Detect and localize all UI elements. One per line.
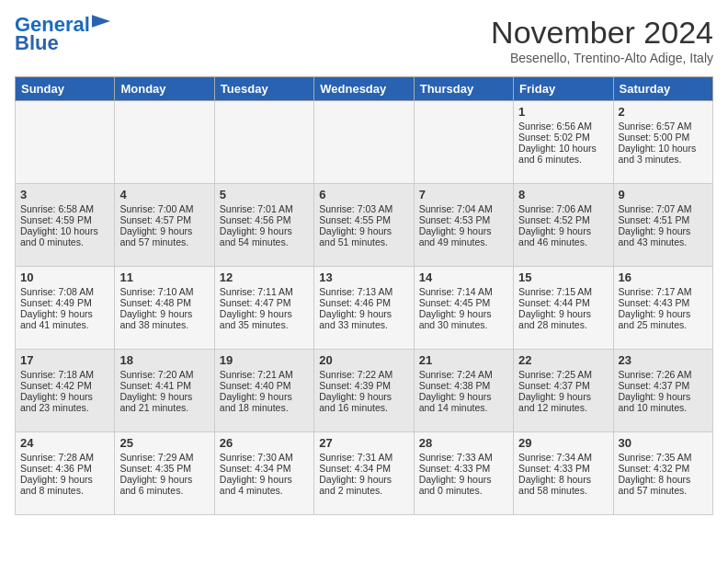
day-number: 6 [319,188,408,201]
cell-info: Sunset: 4:34 PM [319,463,408,474]
day-number: 13 [319,270,408,284]
day-number: 29 [518,436,608,450]
cell-info: Sunset: 4:47 PM [220,297,309,308]
cell-info: Sunset: 5:00 PM [619,132,708,143]
cell-info: Sunset: 4:35 PM [119,463,209,474]
cell-info: Sunrise: 7:13 AM [319,286,408,297]
cell-info: Daylight: 8 hours and 58 minutes. [518,474,608,496]
svg-marker-0 [92,15,110,27]
day-number: 2 [619,105,708,119]
cell-info: Sunrise: 7:24 AM [419,369,508,380]
cell-info: Sunset: 4:56 PM [220,214,309,225]
cell-info: Sunrise: 7:01 AM [220,203,309,214]
cell-info: Sunrise: 6:57 AM [619,121,708,132]
cell-info: Sunrise: 7:28 AM [20,452,109,463]
calendar-cell: 2Sunrise: 6:57 AMSunset: 5:00 PMDaylight… [613,101,712,184]
cell-info: Daylight: 9 hours and 18 minutes. [220,391,309,413]
cell-info: Sunrise: 7:26 AM [619,369,708,380]
title-area: November 2024 Besenello, Trentino-Alto A… [491,15,713,65]
cell-info: Daylight: 10 hours and 3 minutes. [619,143,708,165]
calendar-cell: 14Sunrise: 7:14 AMSunset: 4:45 PMDayligh… [414,267,513,350]
day-number: 3 [20,188,109,201]
cell-info: Daylight: 9 hours and 14 minutes. [419,391,508,413]
calendar-cell: 5Sunrise: 7:01 AMSunset: 4:56 PMDaylight… [214,184,313,267]
header: General Blue November 2024 Besenello, Tr… [15,15,713,65]
cell-info: Sunset: 4:51 PM [619,214,708,225]
day-number: 19 [220,353,309,367]
header-thursday: Thursday [414,77,513,101]
cell-info: Daylight: 9 hours and 4 minutes. [220,474,309,496]
cell-info: Sunset: 4:43 PM [619,297,708,308]
calendar-cell [16,101,115,184]
cell-info: Daylight: 9 hours and 33 minutes. [319,308,408,330]
day-number: 12 [220,270,309,284]
cell-info: Daylight: 8 hours and 57 minutes. [619,474,708,496]
cell-info: Daylight: 9 hours and 25 minutes. [619,308,708,330]
calendar-cell [414,101,513,184]
cell-info: Sunrise: 7:14 AM [419,286,508,297]
day-number: 11 [119,270,209,284]
cell-info: Sunrise: 7:18 AM [20,369,109,380]
day-number: 7 [419,188,508,201]
cell-info: Sunset: 4:34 PM [220,463,309,474]
week-row-4: 17Sunrise: 7:18 AMSunset: 4:42 PMDayligh… [16,350,713,432]
calendar-table: SundayMondayTuesdayWednesdayThursdayFrid… [15,76,713,515]
calendar-cell: 12Sunrise: 7:11 AMSunset: 4:47 PMDayligh… [214,267,313,350]
cell-info: Sunrise: 7:34 AM [518,452,608,463]
cell-info: Sunrise: 7:22 AM [319,369,408,380]
calendar-cell: 3Sunrise: 6:58 AMSunset: 4:59 PMDaylight… [16,184,115,267]
cell-info: Sunset: 4:39 PM [319,380,408,391]
day-number: 1 [518,105,608,119]
day-number: 15 [518,270,608,284]
day-number: 20 [319,353,408,367]
calendar-cell: 17Sunrise: 7:18 AMSunset: 4:42 PMDayligh… [16,350,115,432]
day-number: 14 [419,270,508,284]
cell-info: Sunrise: 7:11 AM [220,286,309,297]
calendar-cell: 27Sunrise: 7:31 AMSunset: 4:34 PMDayligh… [314,432,414,515]
calendar-cell: 26Sunrise: 7:30 AMSunset: 4:34 PMDayligh… [214,432,313,515]
calendar-cell: 22Sunrise: 7:25 AMSunset: 4:37 PMDayligh… [514,350,613,432]
calendar-cell: 4Sunrise: 7:00 AMSunset: 4:57 PMDaylight… [115,184,214,267]
day-number: 21 [419,353,508,367]
cell-info: Sunset: 4:41 PM [119,380,209,391]
cell-info: Daylight: 9 hours and 54 minutes. [220,225,309,247]
cell-info: Sunset: 4:42 PM [20,380,109,391]
cell-info: Sunrise: 7:31 AM [319,452,408,463]
cell-info: Daylight: 9 hours and 43 minutes. [619,225,708,247]
calendar-cell: 8Sunrise: 7:06 AMSunset: 4:52 PMDaylight… [514,184,613,267]
calendar-cell: 13Sunrise: 7:13 AMSunset: 4:46 PMDayligh… [314,267,414,350]
cell-info: Sunrise: 7:07 AM [619,203,708,214]
day-number: 5 [220,188,309,201]
cell-info: Sunset: 4:37 PM [518,380,608,391]
cell-info: Daylight: 9 hours and 21 minutes. [119,391,209,413]
day-number: 17 [20,353,109,367]
calendar-cell: 16Sunrise: 7:17 AMSunset: 4:43 PMDayligh… [613,267,712,350]
cell-info: Daylight: 9 hours and 23 minutes. [20,391,109,413]
calendar-cell: 11Sunrise: 7:10 AMSunset: 4:48 PMDayligh… [115,267,214,350]
cell-info: Daylight: 9 hours and 30 minutes. [419,308,508,330]
calendar-cell: 24Sunrise: 7:28 AMSunset: 4:36 PMDayligh… [16,432,115,515]
cell-info: Sunrise: 7:29 AM [119,452,209,463]
calendar-cell: 23Sunrise: 7:26 AMSunset: 4:37 PMDayligh… [613,350,712,432]
week-row-5: 24Sunrise: 7:28 AMSunset: 4:36 PMDayligh… [16,432,713,515]
header-tuesday: Tuesday [214,77,313,101]
header-sunday: Sunday [16,77,115,101]
cell-info: Daylight: 9 hours and 10 minutes. [619,391,708,413]
cell-info: Sunset: 4:45 PM [419,297,508,308]
calendar-cell: 25Sunrise: 7:29 AMSunset: 4:35 PMDayligh… [115,432,214,515]
cell-info: Daylight: 9 hours and 46 minutes. [518,225,608,247]
cell-info: Daylight: 9 hours and 28 minutes. [518,308,608,330]
calendar-cell: 21Sunrise: 7:24 AMSunset: 4:38 PMDayligh… [414,350,513,432]
cell-info: Sunset: 4:57 PM [119,214,209,225]
logo-arrow-icon [92,15,110,28]
cell-info: Daylight: 10 hours and 6 minutes. [518,143,608,165]
week-row-3: 10Sunrise: 7:08 AMSunset: 4:49 PMDayligh… [16,267,713,350]
cell-info: Sunrise: 7:30 AM [220,452,309,463]
header-wednesday: Wednesday [314,77,414,101]
cell-info: Sunrise: 7:17 AM [619,286,708,297]
day-number: 27 [319,436,408,450]
day-number: 25 [119,436,209,450]
cell-info: Daylight: 9 hours and 0 minutes. [419,474,508,496]
calendar-cell: 6Sunrise: 7:03 AMSunset: 4:55 PMDaylight… [314,184,414,267]
calendar-header-row: SundayMondayTuesdayWednesdayThursdayFrid… [16,77,713,101]
